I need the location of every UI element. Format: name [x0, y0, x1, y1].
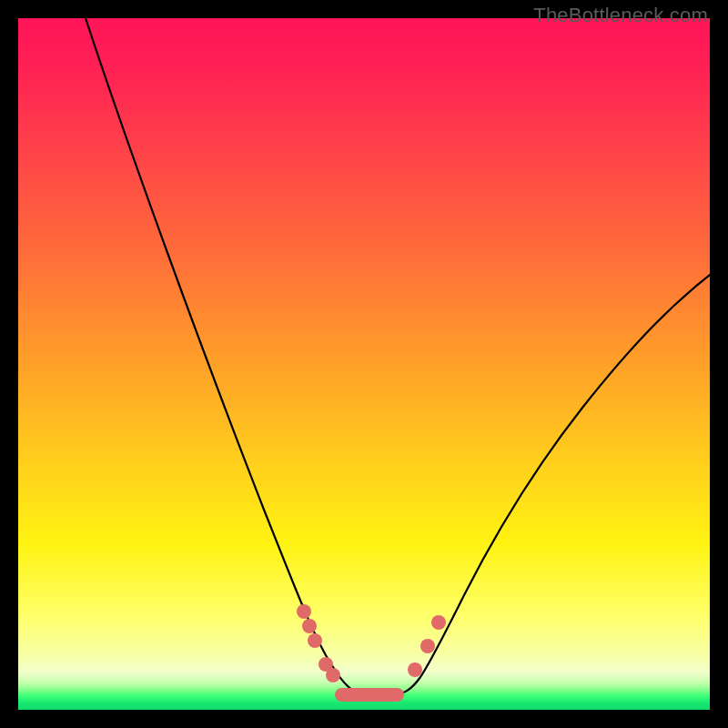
curve-marker — [326, 668, 340, 682]
curve-marker — [308, 633, 322, 648]
trough-marker-pill — [335, 688, 404, 702]
bottleneck-curve-svg — [18, 18, 710, 710]
curve-marker — [297, 604, 311, 619]
curve-marker — [431, 615, 446, 630]
curve-marker — [420, 639, 435, 653]
curve-marker — [302, 619, 317, 633]
chart-frame: TheBottleneck.com — [0, 0, 728, 728]
bottleneck-curve — [86, 18, 710, 696]
watermark-text: TheBottleneck.com — [533, 4, 708, 27]
curve-marker — [408, 662, 422, 677]
plot-area — [18, 18, 710, 710]
